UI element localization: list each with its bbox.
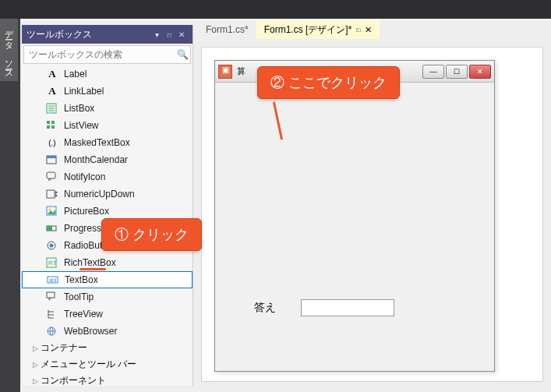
svg-rect-15 [47,226,52,231]
side-tab-datasources[interactable]: データ ソース [0,19,20,392]
A-icon: A [45,68,59,80]
svg-rect-11 [47,190,55,198]
search-icon[interactable]: 🔍 [175,49,190,60]
tab[interactable]: Form1.cs* [198,20,256,39]
toolbox-item-notifyicon[interactable]: NotifyIcon [22,168,192,185]
toolbox-item-listview[interactable]: ListView [22,117,192,134]
toolbox-search[interactable]: 🔍 [23,45,191,64]
svg-rect-10 [47,172,55,178]
tab-label: Form1.cs* [206,24,249,35]
toolbox-group[interactable]: ▷コンテナー [22,340,192,356]
toolbox-item-numericupdown[interactable]: NumericUpDown [22,185,192,203]
mask-icon: (.) [45,136,59,149]
cal-icon [45,154,59,166]
tabs-bar: Form1.cs*Form1.cs [デザイン]*⏍✕ [193,19,551,39]
svg-text:abl: abl [49,277,57,283]
form-icon: ▣ [218,65,232,79]
textbox-icon: abl [46,274,60,286]
toolbox-item-textbox[interactable]: ablTextBox [22,271,192,288]
form-body[interactable]: 答え [215,83,494,371]
minimize-button[interactable]: — [422,65,444,79]
bar-icon [45,222,59,235]
svg-rect-7 [51,125,55,129]
toolbox-item-listbox[interactable]: ListBox [22,100,192,117]
chevron-right-icon: ▷ [33,377,41,385]
tab[interactable]: Form1.cs [デザイン]*⏍✕ [256,20,380,39]
toolbox-item-webbrowser[interactable]: WebBrowser [22,323,192,340]
svg-rect-6 [47,125,50,129]
toolbox-panel: ツールボックス ▾ ⏍ ✕ 🔍 ALabelALinkLabelListBoxL… [22,25,193,386]
answer-textbox[interactable] [301,299,394,316]
pic-icon [45,205,59,217]
tip-icon [45,291,59,303]
callout-1: ① クリック [101,218,202,251]
toolbox-item-richtextbox[interactable]: RTRichTextBox [22,254,192,271]
svg-rect-9 [47,156,56,158]
side-tab-label[interactable]: データ ソース [0,19,18,81]
pin-icon[interactable]: ⏍ [356,26,360,34]
chat-icon [45,171,59,183]
maximize-button[interactable]: ☐ [446,65,468,79]
toolbox-item-picturebox[interactable]: PictureBox [22,203,192,220]
grid-icon [45,119,59,132]
toolbox-item-linklabel[interactable]: ALinkLabel [22,83,192,100]
svg-rect-5 [51,121,55,124]
web-icon [45,325,59,337]
callout-2: ② ここでクリック [257,66,400,99]
tree-icon [45,308,59,320]
search-input[interactable] [24,48,175,62]
toolbox-item-label[interactable]: ALabel [22,65,192,83]
callout-1-line [79,268,106,270]
close-icon[interactable]: ✕ [175,30,188,39]
toolbox-group-label: コンポーネント [41,374,106,386]
toolbox-item-treeview[interactable]: TreeView [22,305,192,323]
svg-rect-22 [47,292,55,298]
tab-label: Form1.cs [デザイン]* [264,23,352,37]
svg-point-13 [49,209,51,211]
rtf-icon: RT [45,256,59,269]
close-icon[interactable]: ✕ [365,25,372,35]
form-window[interactable]: ▣ 算 — ☐ ✕ 答え [214,60,495,372]
toolbox-item-monthcalendar[interactable]: MonthCalendar [22,151,192,168]
chevron-right-icon: ▷ [33,361,41,369]
toolbox-group[interactable]: ▷メニューとツール バー [22,356,192,373]
pin-icon[interactable]: ⏍ [163,30,175,39]
dropdown-icon[interactable]: ▾ [150,30,163,39]
svg-text:RT: RT [48,260,57,267]
toolbox-group-label: コンテナー [41,341,87,355]
chevron-right-icon: ▷ [33,344,41,352]
toolbox-group-label: メニューとツール バー [41,358,136,371]
A-icon: A [45,85,59,97]
svg-point-17 [50,244,54,248]
toolbox-title: ツールボックス [26,28,150,41]
toolbox-group[interactable]: ▷コンポーネント [22,373,192,386]
radio-icon [45,239,59,252]
toolbox-item-tooltip[interactable]: ToolTip [22,288,192,305]
toolbox-item-maskedtextbox[interactable]: (.)MaskedTextBox [22,134,192,151]
list-icon [45,102,59,115]
answer-label: 答え [254,301,276,315]
toolbox-header: ツールボックス ▾ ⏍ ✕ [22,25,192,44]
svg-rect-4 [47,121,50,124]
stepper-icon [45,188,59,200]
menu-bar [0,0,551,19]
close-button[interactable]: ✕ [469,65,491,79]
